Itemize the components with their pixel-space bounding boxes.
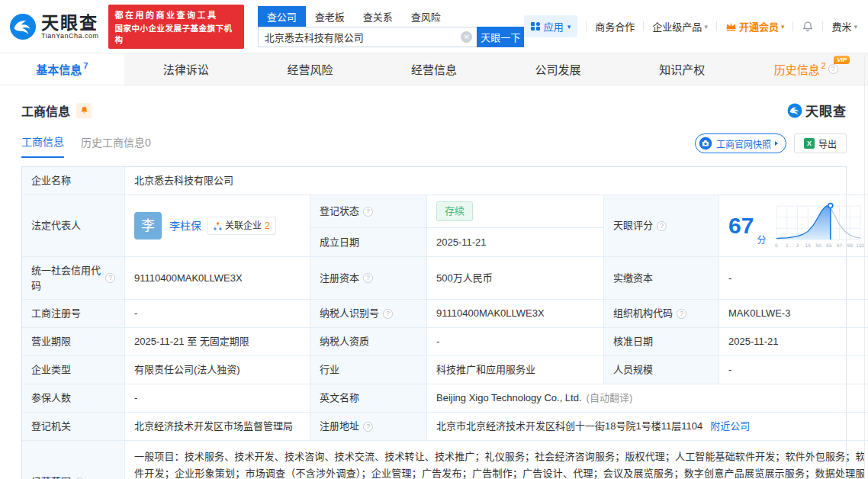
monitor-bell-button[interactable] <box>76 103 92 118</box>
tab-label: 经营信息 <box>411 61 457 77</box>
official-snapshot-button[interactable]: 工商官网快照 <box>695 133 786 153</box>
tab-label: 知识产权 <box>659 61 705 77</box>
business-term-value: 2025-11-21 至 无固定期限 <box>125 328 310 356</box>
notification-bell-icon[interactable] <box>802 21 814 33</box>
tab-label: 公司发展 <box>535 61 581 77</box>
related-companies-badge[interactable]: 关联企业 2 <box>207 217 276 235</box>
svg-text:97: 97 <box>837 243 843 248</box>
logo-domain: TianYanCha.com <box>41 32 99 40</box>
nav-business-cooperation[interactable]: 商务合作 <box>595 19 635 34</box>
tab-history-info[interactable]: 历史信息 2 ? VIP <box>744 53 868 85</box>
nearby-companies-link[interactable]: 附近公司 <box>710 419 750 434</box>
search-tabs: 查公司 查老板 查关系 查风险 <box>258 6 525 27</box>
tab-company-development[interactable]: 公司发展 <box>496 53 620 85</box>
svg-text:15: 15 <box>805 243 812 248</box>
subtab-business-info[interactable]: 工商信息 <box>21 133 64 158</box>
status-badge: 存续 <box>436 201 473 221</box>
taxpayer-quality-label: 纳税人资质 <box>310 328 427 356</box>
avatar[interactable]: 李 <box>134 212 162 240</box>
tab-operating-info[interactable]: 经营信息 <box>372 53 497 85</box>
company-name-label: 企业名称 <box>22 167 125 195</box>
chevron-down-icon: ▾ <box>704 23 708 31</box>
arrow-right-icon <box>775 141 778 146</box>
help-icon[interactable]: ? <box>105 273 115 283</box>
help-icon[interactable]: ? <box>657 221 667 231</box>
divider <box>643 21 644 31</box>
nav-enterprise-products[interactable]: 企业级产品 ▾ <box>652 19 708 34</box>
apps-menu[interactable]: 应用 ▾ <box>524 15 577 37</box>
user-menu[interactable]: 费米 ▾ <box>831 19 857 34</box>
help-icon[interactable]: ? <box>677 309 686 319</box>
search-area: 查公司 查老板 查关系 查风险 ✕ 天眼一下 <box>258 6 525 47</box>
approval-date-label: 核准日期 <box>604 328 719 356</box>
score-unit: 分 <box>757 233 766 247</box>
chevron-down-icon: ▾ <box>567 23 571 31</box>
scrollbar[interactable] <box>864 55 865 479</box>
help-icon[interactable]: ? <box>363 207 373 217</box>
help-icon[interactable]: ? <box>363 422 373 432</box>
header-nav: 应用 ▾ 商务合作 企业级产品 ▾ 开通会员 ▾ 费米 ▾ <box>524 15 857 37</box>
english-name-value: Beijing Xigo Technology Co., Ltd. (自动翻译) <box>427 384 868 413</box>
tianyancha-logo[interactable]: 天眼查 TianYanCha.com <box>9 13 99 40</box>
score-distribution-chart: 0131550659799100 <box>772 201 865 250</box>
apps-label: 应用 <box>544 19 564 34</box>
score-label: 天眼评分? <box>604 195 719 257</box>
credit-code-value: 91110400MAK0LLWE3X <box>125 257 310 300</box>
staff-size-label: 人员规模 <box>604 356 719 384</box>
svg-text:0: 0 <box>775 243 778 248</box>
help-icon[interactable]: ? <box>363 273 373 283</box>
org-code-value: MAK0LLWE-3 <box>719 300 868 328</box>
nav-vip-label: 开通会员 <box>739 19 779 34</box>
related-count: 2 <box>265 219 270 233</box>
reg-status-value: 存续 <box>427 195 604 228</box>
business-term-label: 营业期限 <box>22 328 125 356</box>
subtab-history-business-info[interactable]: 历史工商信息0 <box>81 134 151 157</box>
export-button[interactable]: X 导出 <box>794 133 847 153</box>
tab-legal-lawsuit[interactable]: 法律诉讼 <box>124 53 249 85</box>
company-tabbar: 基本信息 7 法律诉讼 经营风险 经营信息 公司发展 知识产权 历史信息 2 ?… <box>0 53 868 85</box>
search-button[interactable]: 天眼一下 <box>477 27 524 47</box>
clear-icon[interactable]: ✕ <box>461 31 472 43</box>
credit-code-label: 统一社会信用代码? <box>22 257 125 300</box>
tab-intellectual-property[interactable]: 知识产权 <box>620 53 744 85</box>
reg-authority-label: 登记机关 <box>22 413 125 441</box>
nav-open-vip[interactable]: 开通会员 ▾ <box>725 19 785 34</box>
address-value: 北京市北京经济技术开发区科创十一街18号院1号楼11层1104 附近公司 <box>427 413 868 441</box>
excel-icon: X <box>804 138 815 149</box>
help-icon[interactable]: ? <box>383 309 393 319</box>
search-tab-boss[interactable]: 查老板 <box>306 6 354 27</box>
staff-size-value: - <box>719 356 868 384</box>
section-title: 工商信息 <box>21 101 70 120</box>
search-input[interactable] <box>258 27 477 47</box>
divider <box>792 21 793 31</box>
tab-basic-info[interactable]: 基本信息 7 <box>0 53 124 85</box>
paid-capital-label: 实缴资本 <box>604 257 719 300</box>
reg-capital-value: 500万人民币 <box>427 257 604 300</box>
help-icon[interactable]: ? <box>828 64 838 74</box>
tab-label: 法律诉讼 <box>163 61 209 77</box>
business-scope-value: 一般项目：技术服务、技术开发、技术咨询、技术交流、技术转让、技术推广；礼仪服务；… <box>125 441 868 479</box>
watermark-text: 天眼查 <box>805 101 847 120</box>
svg-text:99: 99 <box>847 243 854 248</box>
nav-enterprise-label: 企业级产品 <box>652 19 702 34</box>
svg-text:1: 1 <box>786 243 789 248</box>
address-label: 注册地址? <box>310 413 427 441</box>
search-tab-risk[interactable]: 查风险 <box>402 6 450 27</box>
tab-operating-risk[interactable]: 经营风险 <box>248 53 372 85</box>
business-info-table: 企业名称 北京悉去科技有限公司 法定代表人 李 李柱保 关联企业 2 登记状态?… <box>21 166 847 479</box>
reg-number-value: - <box>125 300 310 328</box>
apps-grid-icon <box>531 22 540 31</box>
slogan-line2: 国家中小企业发展子基金旗下机构 <box>115 22 237 45</box>
svg-text:65: 65 <box>826 243 832 248</box>
tianyancha-watermark: 天眼查 <box>787 101 847 120</box>
divider <box>716 21 717 31</box>
slogan-line1: 都在用的商业查询工具 <box>115 8 237 21</box>
legal-rep-link[interactable]: 李柱保 <box>169 218 201 234</box>
snapshot-label: 工商官网快照 <box>716 137 771 150</box>
vip-badge: VIP <box>834 56 850 64</box>
search-tab-relation[interactable]: 查关系 <box>354 6 402 27</box>
industry-value: 科技推广和应用服务业 <box>427 356 604 384</box>
nav-cooperation-label: 商务合作 <box>595 19 635 34</box>
reg-authority-value: 北京经济技术开发区市场监督管理局 <box>125 413 310 441</box>
search-tab-company[interactable]: 查公司 <box>258 6 306 27</box>
